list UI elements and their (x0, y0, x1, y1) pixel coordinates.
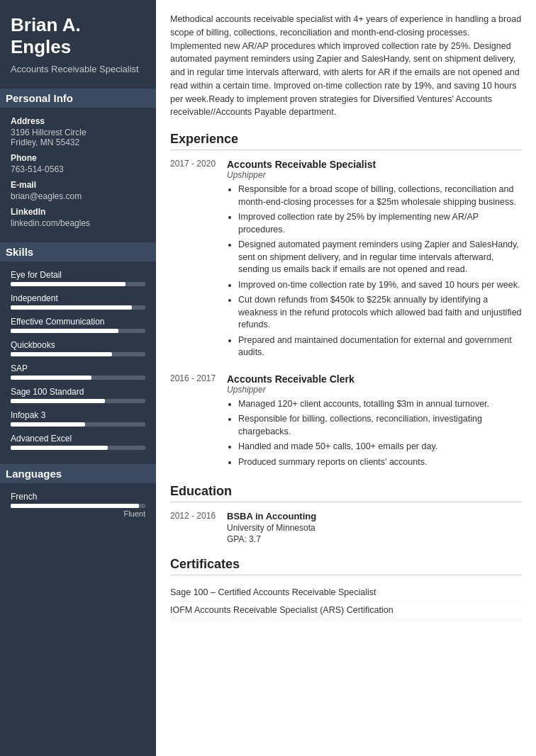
skill-bar-fill (11, 376, 91, 380)
email-value: brian@eagles.com (11, 191, 145, 201)
candidate-name: Brian A. Engles (11, 14, 145, 58)
languages-section-title: Languages (0, 464, 156, 483)
skill-bar-bg (11, 282, 145, 286)
skill-name: Quickbooks (11, 340, 145, 350)
experience-list: 2017 - 2020 Accounts Receivable Speciali… (170, 159, 522, 471)
skill-bar-bg (11, 305, 145, 310)
language-bar-bg (11, 504, 145, 508)
skill-bar-bg (11, 422, 145, 427)
edu-dates: 2012 - 2016 (170, 511, 227, 544)
linkedin-value: linkedin.com/beagles (11, 218, 145, 228)
skill-name: Advanced Excel (11, 434, 145, 444)
language-bar-fill (11, 504, 139, 508)
address-value: 3196 Hillcrest CircleFridley, MN 55432 (11, 128, 145, 147)
exp-dates: 2017 - 2020 (170, 159, 227, 362)
certificates-list: Sage 100 – Certified Accounts Receivable… (170, 584, 522, 619)
skill-bar-fill (11, 329, 118, 333)
exp-content: Accounts Receivable Clerk Upshipper Mana… (227, 373, 522, 472)
bullet-item: Handled and made 50+ calls, 100+ emails … (238, 441, 522, 453)
personal-info-section-title: Personal Info (0, 89, 156, 108)
bullet-item: Responsible for billing, collections, re… (238, 413, 522, 438)
address-label: Address (11, 116, 145, 126)
skill-bar-bg (11, 376, 145, 380)
skill-name: Effective Communication (11, 317, 145, 327)
skill-name: Independent (11, 293, 145, 303)
education-list: 2012 - 2016 BSBA in Accounting Universit… (170, 511, 522, 544)
skill-bar-bg (11, 352, 145, 356)
experience-section: Experience 2017 - 2020 Accounts Receivab… (170, 132, 522, 471)
certificates-section: Certificates Sage 100 – Certified Accoun… (170, 557, 522, 619)
experience-entry: 2017 - 2020 Accounts Receivable Speciali… (170, 159, 522, 362)
skill-item: Eye for Detail (11, 270, 145, 286)
exp-bullets: Responsible for a broad scope of billing… (227, 184, 522, 359)
skills-list: Eye for Detail Independent Effective Com… (11, 270, 145, 450)
bullet-item: Managed 120+ client accounts, totalling … (238, 398, 522, 411)
experience-entry: 2016 - 2017 Accounts Receivable Clerk Up… (170, 373, 522, 472)
exp-bullets: Managed 120+ client accounts, totalling … (227, 398, 522, 469)
languages-list: French Fluent (11, 492, 145, 518)
skill-bar-bg (11, 329, 145, 333)
phone-value: 763-514-0563 (11, 164, 145, 174)
skill-item: Advanced Excel (11, 434, 145, 450)
skill-item: SAP (11, 363, 145, 380)
exp-job-title: Accounts Receivable Specialist (227, 159, 522, 170)
skill-bar-fill (11, 282, 125, 286)
exp-dates: 2016 - 2017 (170, 373, 227, 472)
certificate-item: Sage 100 – Certified Accounts Receivable… (170, 584, 522, 602)
skills-section: Skills Eye for Detail Independent Effect… (11, 242, 145, 450)
edu-content: BSBA in Accounting University of Minneso… (227, 511, 522, 544)
skill-bar-fill (11, 352, 112, 356)
skill-name: SAP (11, 363, 145, 373)
skill-name: Sage 100 Standard (11, 387, 145, 397)
languages-section: Languages French Fluent (11, 464, 145, 518)
skill-item: Effective Communication (11, 317, 145, 333)
skill-bar-bg (11, 446, 145, 450)
skills-section-title: Skills (0, 242, 156, 261)
experience-section-title: Experience (170, 132, 522, 150)
skill-item: Quickbooks (11, 340, 145, 356)
skill-bar-fill (11, 422, 85, 427)
exp-job-title: Accounts Receivable Clerk (227, 373, 522, 385)
bullet-item: Improved collection rate by 25% by imple… (238, 211, 522, 236)
education-section-title: Education (170, 484, 522, 502)
linkedin-label: LinkedIn (11, 207, 145, 217)
language-level: Fluent (11, 509, 145, 518)
bullet-item: Prepared and maintained documentation fo… (238, 334, 522, 359)
skill-item: Sage 100 Standard (11, 387, 145, 403)
sidebar: Brian A. Engles Accounts Receivable Spec… (0, 0, 156, 756)
skill-bar-fill (11, 446, 108, 450)
exp-company: Upshipper (227, 385, 522, 395)
candidate-title: Accounts Receivable Specialist (11, 64, 145, 74)
certificate-item: IOFM Accounts Receivable Specialist (ARS… (170, 602, 522, 619)
skill-bar-fill (11, 305, 132, 310)
skill-name: Infopak 3 (11, 410, 145, 420)
main-content: Methodical accounts receivable specialis… (156, 0, 536, 756)
language-name: French (11, 492, 145, 502)
bullet-item: Cut down refunds from $450k to $225k ann… (238, 294, 522, 332)
email-label: E-mail (11, 180, 145, 190)
bullet-item: Responsible for a broad scope of billing… (238, 184, 522, 208)
bullet-item: Improved on-time collection rate by 19%,… (238, 279, 522, 292)
certificates-section-title: Certificates (170, 557, 522, 575)
edu-gpa: GPA: 3.7 (227, 534, 522, 544)
skill-item: Infopak 3 (11, 410, 145, 427)
skill-bar-fill (11, 399, 105, 403)
bullet-item: Designed automated payment reminders usi… (238, 239, 522, 276)
exp-content: Accounts Receivable Specialist Upshipper… (227, 159, 522, 362)
skill-bar-bg (11, 399, 145, 403)
bullet-item: Produced summary reports on clients' acc… (238, 456, 522, 469)
summary-text: Methodical accounts receivable specialis… (170, 13, 522, 119)
language-item: French Fluent (11, 492, 145, 518)
skill-item: Independent (11, 293, 145, 310)
exp-company: Upshipper (227, 170, 522, 180)
education-entry: 2012 - 2016 BSBA in Accounting Universit… (170, 511, 522, 544)
edu-school: University of Minnesota (227, 523, 522, 533)
skill-name: Eye for Detail (11, 270, 145, 280)
resume-wrapper: Brian A. Engles Accounts Receivable Spec… (0, 0, 536, 756)
edu-degree: BSBA in Accounting (227, 511, 522, 521)
phone-label: Phone (11, 153, 145, 163)
education-section: Education 2012 - 2016 BSBA in Accounting… (170, 484, 522, 544)
